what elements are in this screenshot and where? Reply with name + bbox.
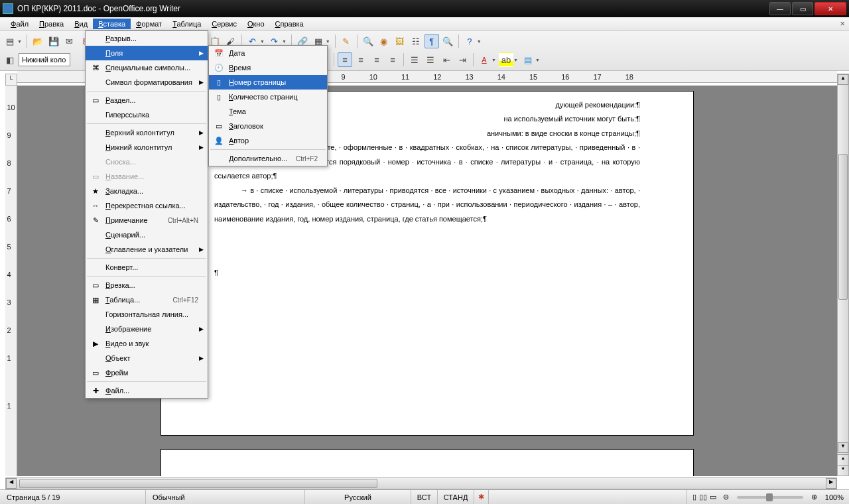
highlight-icon[interactable]: ab — [499, 52, 513, 67]
menu-вставка[interactable]: Вставка — [93, 19, 131, 29]
insert-menu-item-14[interactable]: ✎ПримечаниеCtrl+Alt+N — [86, 213, 208, 227]
insert-menu-item-6[interactable]: Гиперссылка — [86, 107, 208, 122]
insert-menu-item-24[interactable]: ▶Видео и звук — [86, 336, 208, 351]
maximize-button[interactable]: ▭ — [792, 2, 813, 15]
status-insert-mode[interactable]: ВСТ — [411, 490, 438, 504]
paragraph-style-combo[interactable] — [19, 53, 70, 66]
numbered-list-icon[interactable]: ☰ — [407, 52, 422, 67]
insert-menu-item-3[interactable]: Символ форматирования▶ — [86, 75, 208, 90]
insert-menu-item-15[interactable]: Сценарий... — [86, 227, 208, 242]
insert-menu-item-25[interactable]: Объект▶ — [86, 351, 208, 365]
insert-menu-item-2[interactable]: ⌘Специальные символы... — [86, 60, 208, 75]
menu-сервис[interactable]: Сервис — [206, 19, 242, 29]
navigator-icon[interactable]: ◉ — [377, 34, 391, 48]
zoom-icon[interactable]: 🔍 — [440, 34, 455, 48]
insert-menu-item-28[interactable]: ✚Файл... — [86, 383, 208, 398]
insert-menu-item-11: ▭Название... — [86, 169, 208, 184]
styles-icon[interactable]: ◧ — [3, 52, 17, 67]
font-color-icon[interactable]: A — [477, 52, 491, 67]
fields-submenu-item-2[interactable]: ▯Номер страницы — [209, 75, 327, 90]
insert-menu-item-0[interactable]: Разрыв... — [86, 31, 208, 46]
vertical-ruler[interactable]: 11109876543211 — [5, 86, 17, 476]
scroll-up-button[interactable]: ▲ — [838, 74, 848, 85]
save-icon[interactable]: 💾 — [46, 34, 61, 48]
fields-submenu-item-8[interactable]: Дополнительно...Ctrl+F2 — [209, 151, 327, 166]
bgcolor-icon[interactable]: ▤ — [521, 52, 535, 67]
close-button[interactable]: ✕ — [815, 2, 846, 15]
menu-формат[interactable]: Формат — [131, 19, 167, 29]
view-single-icon[interactable]: ▯ — [692, 493, 696, 501]
view-book-icon[interactable]: ▭ — [710, 493, 716, 501]
insert-menu-item-26[interactable]: ▭Фрейм — [86, 365, 208, 380]
fields-submenu-item-1[interactable]: 🕘Время — [209, 60, 327, 75]
vertical-scrollbar[interactable]: ▲ ▼ ▴▾ — [837, 74, 849, 476]
menu-правка[interactable]: Правка — [34, 19, 69, 29]
zoom-out-button[interactable]: ⊖ — [723, 493, 729, 501]
menu-таблица[interactable]: Таблица — [167, 19, 206, 29]
fields-submenu-item-6[interactable]: 👤Автор — [209, 133, 327, 148]
insert-menu-item-1[interactable]: Поля▶ — [86, 46, 208, 60]
new-doc-icon[interactable]: ▤ — [3, 34, 17, 48]
status-selection-mode[interactable]: СТАНД — [438, 490, 474, 504]
menu-вид[interactable]: Вид — [69, 19, 93, 29]
nonprinting-icon[interactable]: ¶ — [424, 34, 439, 48]
insert-menu-item-9[interactable]: Нижний колонтитул▶ — [86, 140, 208, 155]
insert-menu-item-12[interactable]: ★Закладка... — [86, 184, 208, 198]
view-multi-icon[interactable]: ▯▯ — [699, 493, 707, 501]
insert-menu-item-23[interactable]: Изображение▶ — [86, 322, 208, 336]
email-icon[interactable]: ✉ — [62, 34, 77, 48]
fields-submenu-item-3[interactable]: ▯Количество страниц — [209, 90, 327, 104]
page-canvas-next[interactable] — [161, 449, 694, 476]
insert-menu-item-20[interactable]: ▭Врезка... — [86, 278, 208, 292]
align-left-icon[interactable]: ≡ — [338, 52, 352, 67]
prev-page-button[interactable]: ▴ — [838, 454, 848, 465]
scroll-left-button[interactable]: ◀ — [6, 478, 17, 489]
insert-menu-dropdown: Разрыв...Поля▶⌘Специальные символы...Сим… — [85, 31, 208, 399]
status-style[interactable]: Обычный — [146, 490, 305, 504]
scroll-down-button[interactable]: ▼ — [838, 442, 848, 453]
datasource-icon[interactable]: ☷ — [409, 34, 423, 48]
menu-окно[interactable]: Окно — [242, 19, 270, 29]
insert-menu-item-21[interactable]: ▦Таблица...Ctrl+F12 — [86, 292, 208, 307]
status-modified-icon[interactable]: ✱ — [474, 490, 489, 504]
zoom-value[interactable]: 100% — [825, 493, 844, 501]
align-justify-icon[interactable]: ≡ — [385, 52, 400, 67]
insert-menu-icon-6 — [90, 109, 101, 120]
fields-submenu-item-0[interactable]: 📅Дата — [209, 46, 327, 60]
insert-menu-item-16[interactable]: Оглавление и указатели▶ — [86, 242, 208, 257]
fields-submenu-item-4[interactable]: Тема — [209, 104, 327, 119]
vscroll-thumb[interactable] — [838, 154, 848, 300]
fields-submenu-item-5[interactable]: ▭Заголовок — [209, 119, 327, 133]
insert-menu-item-5[interactable]: ▭Раздел... — [86, 93, 208, 107]
minimize-button[interactable]: — — [769, 2, 791, 15]
bullet-list-icon[interactable]: ☰ — [423, 52, 438, 67]
horizontal-scrollbar[interactable]: ◀ ▶ — [5, 477, 837, 489]
decrease-indent-icon[interactable]: ⇤ — [439, 52, 454, 67]
fields-submenu-label-5: Заголовок — [229, 122, 263, 130]
insert-menu-item-22[interactable]: Горизонтальная линия... — [86, 307, 208, 322]
insert-menu-item-8[interactable]: Верхний колонтитул▶ — [86, 125, 208, 140]
help-icon[interactable]: ? — [462, 34, 477, 48]
zoom-in-button[interactable]: ⊕ — [811, 493, 817, 501]
increase-indent-icon[interactable]: ⇥ — [455, 52, 470, 67]
insert-menu-item-13[interactable]: ↔Перекрестная ссылка... — [86, 198, 208, 213]
menu-файл[interactable]: Файл — [5, 19, 34, 29]
gallery-icon[interactable]: 🖼 — [393, 34, 407, 48]
document-close-button[interactable]: × — [840, 19, 845, 29]
app-icon — [3, 3, 13, 14]
draw-icon[interactable]: ✎ — [339, 34, 354, 48]
align-right-icon[interactable]: ≡ — [369, 52, 384, 67]
status-language[interactable]: Русский — [305, 490, 411, 504]
window-title: ОП КР(ККР) 2011.doc - OpenOffice.org Wri… — [17, 4, 769, 13]
status-page[interactable]: Страница 5 / 19 — [0, 490, 146, 504]
scroll-right-button[interactable]: ▶ — [826, 478, 836, 489]
menu-справка[interactable]: Справка — [270, 19, 309, 29]
open-icon[interactable]: 📂 — [31, 34, 45, 48]
zoom-slider[interactable] — [737, 496, 803, 499]
submenu-arrow-icon: ▶ — [199, 129, 204, 136]
insert-menu-item-18[interactable]: Конверт... — [86, 260, 208, 275]
hscroll-thumb[interactable] — [19, 479, 377, 488]
align-center-icon[interactable]: ≡ — [354, 52, 368, 67]
find-icon[interactable]: 🔍 — [361, 34, 375, 48]
next-page-button[interactable]: ▾ — [838, 465, 848, 475]
